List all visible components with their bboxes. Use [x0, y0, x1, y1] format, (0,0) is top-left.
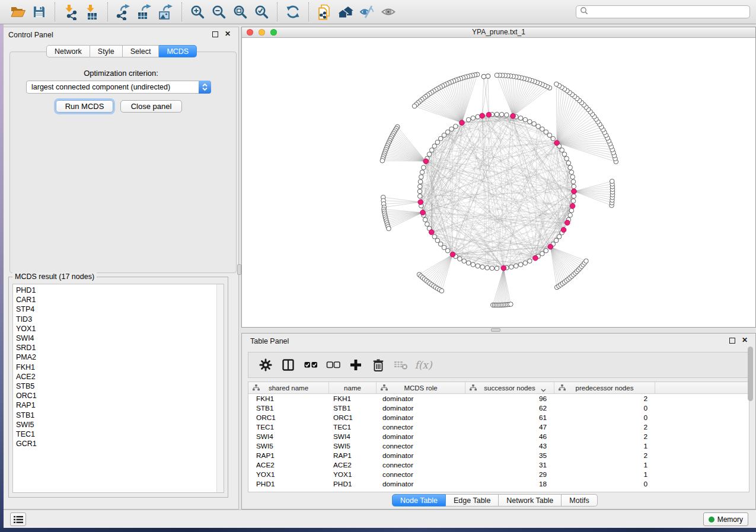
- ring-node[interactable]: [445, 130, 450, 134]
- ring-node[interactable]: [564, 156, 569, 161]
- maximize-traffic-light[interactable]: [270, 29, 277, 36]
- ring-node[interactable]: [445, 248, 450, 253]
- show-all-icon[interactable]: [378, 2, 399, 21]
- mcds-result-item[interactable]: STB5: [16, 382, 224, 391]
- mcds-hub-node[interactable]: [548, 244, 553, 249]
- mcds-result-item[interactable]: PMA2: [16, 352, 224, 362]
- ring-node[interactable]: [419, 175, 424, 180]
- zoom-selected-icon[interactable]: [251, 2, 272, 21]
- close-window-icon[interactable]: ✕: [742, 336, 748, 344]
- ring-node[interactable]: [532, 121, 537, 126]
- vertical-splitter-handle[interactable]: [237, 264, 241, 275]
- delete-row-icon[interactable]: [367, 358, 390, 372]
- import-network-icon[interactable]: [60, 2, 81, 21]
- leaf-node[interactable]: [554, 82, 559, 86]
- mcds-hub-node[interactable]: [423, 159, 429, 164]
- ring-node[interactable]: [528, 259, 532, 264]
- ring-node[interactable]: [547, 133, 552, 137]
- mcds-hub-node[interactable]: [511, 114, 516, 119]
- mcds-hub-node[interactable]: [420, 210, 426, 216]
- ring-node[interactable]: [427, 152, 432, 157]
- mcds-hub-node[interactable]: [570, 204, 575, 209]
- ring-node[interactable]: [495, 112, 499, 117]
- table-row[interactable]: FKH1FKH1dominator962: [248, 394, 749, 403]
- ring-node[interactable]: [471, 116, 476, 121]
- mcds-result-list[interactable]: PHD1CAR1STP4TID3YOX1SWI4SRD1PMA2FKH1ACE2…: [12, 284, 224, 493]
- column-header-mcds-role[interactable]: MCDS role: [377, 382, 465, 393]
- mcds-result-item[interactable]: FKH1: [16, 363, 224, 372]
- zoom-fit-icon[interactable]: [229, 2, 251, 21]
- tab-motifs[interactable]: Motifs: [562, 494, 597, 507]
- ring-node[interactable]: [523, 261, 528, 265]
- mcds-result-item[interactable]: RAP1: [16, 400, 224, 410]
- ring-node[interactable]: [425, 222, 430, 227]
- horizontal-splitter-handle[interactable]: [491, 328, 500, 332]
- zoom-in-icon[interactable]: [187, 2, 208, 21]
- minimize-traffic-light[interactable]: [259, 29, 265, 36]
- mcds-result-item[interactable]: PHD1: [16, 286, 224, 295]
- ring-node[interactable]: [417, 194, 422, 198]
- mcds-result-item[interactable]: TEC1: [16, 430, 224, 439]
- ring-node[interactable]: [569, 170, 574, 175]
- memory-button[interactable]: Memory: [703, 512, 748, 526]
- mcds-result-item[interactable]: STP4: [16, 305, 224, 314]
- ring-node[interactable]: [523, 117, 528, 122]
- tab-mcds[interactable]: MCDS: [159, 45, 197, 57]
- share-document-icon[interactable]: [314, 2, 335, 21]
- leaf-node[interactable]: [387, 226, 391, 231]
- mcds-result-item[interactable]: ACE2: [16, 372, 224, 382]
- select-all-icon[interactable]: [299, 358, 322, 371]
- network-home-icon[interactable]: [335, 2, 356, 21]
- export-table-icon[interactable]: [134, 2, 155, 21]
- ring-node[interactable]: [571, 198, 576, 203]
- table-row[interactable]: STB1STB1dominator620: [248, 403, 749, 413]
- ring-node[interactable]: [432, 144, 437, 149]
- ring-node[interactable]: [572, 194, 576, 198]
- mcds-hub-node[interactable]: [561, 227, 566, 233]
- tab-select[interactable]: Select: [123, 45, 160, 57]
- ring-node[interactable]: [423, 217, 428, 222]
- ring-node[interactable]: [544, 248, 548, 253]
- ring-node[interactable]: [418, 180, 423, 184]
- ring-node[interactable]: [490, 266, 495, 271]
- ring-node[interactable]: [518, 262, 523, 267]
- ring-node[interactable]: [471, 262, 476, 267]
- optimization-criterion-dropdown[interactable]: largest connected component (undirected): [26, 81, 211, 94]
- mcds-hub-node[interactable]: [480, 113, 485, 118]
- ring-node[interactable]: [536, 124, 541, 129]
- save-icon[interactable]: [28, 2, 50, 21]
- ring-node[interactable]: [458, 257, 462, 261]
- ring-node[interactable]: [540, 251, 545, 256]
- leaf-node[interactable]: [481, 74, 486, 79]
- table-row[interactable]: RAP1RAP1dominator352: [248, 451, 749, 460]
- ring-node[interactable]: [480, 265, 485, 270]
- ring-node[interactable]: [557, 235, 562, 239]
- mcds-hub-node[interactable]: [554, 140, 560, 146]
- leaf-node[interactable]: [584, 259, 589, 264]
- ring-node[interactable]: [551, 136, 556, 141]
- ring-node[interactable]: [462, 259, 467, 264]
- deselect-all-icon[interactable]: [322, 358, 344, 371]
- table-row[interactable]: SWI5SWI5connector431: [248, 441, 749, 451]
- table-row[interactable]: ACE2ACE2connector311: [248, 460, 749, 470]
- ring-node[interactable]: [466, 261, 471, 265]
- leaf-node[interactable]: [380, 158, 385, 163]
- float-window-icon[interactable]: [729, 338, 735, 344]
- ring-node[interactable]: [449, 127, 454, 132]
- hide-selected-icon[interactable]: [356, 2, 378, 21]
- ring-node[interactable]: [499, 112, 504, 117]
- table-row[interactable]: ORC1ORC1dominator610: [248, 413, 749, 422]
- network-canvas[interactable]: [242, 38, 755, 327]
- column-header-successor-nodes[interactable]: successor nodes: [465, 382, 554, 393]
- zoom-out-icon[interactable]: [208, 2, 229, 21]
- ring-node[interactable]: [476, 264, 480, 268]
- table-row[interactable]: PHD1PHD1dominator180: [248, 479, 749, 489]
- mcds-hub-node[interactable]: [460, 120, 465, 126]
- ring-node[interactable]: [509, 265, 514, 270]
- network-window-titlebar[interactable]: YPA_prune.txt_1: [242, 27, 755, 38]
- search-input[interactable]: [591, 6, 749, 18]
- column-header-name[interactable]: name: [329, 382, 377, 393]
- close-panel-button[interactable]: Close panel: [120, 100, 182, 113]
- mcds-hub-node[interactable]: [450, 252, 455, 257]
- ring-node[interactable]: [432, 235, 437, 239]
